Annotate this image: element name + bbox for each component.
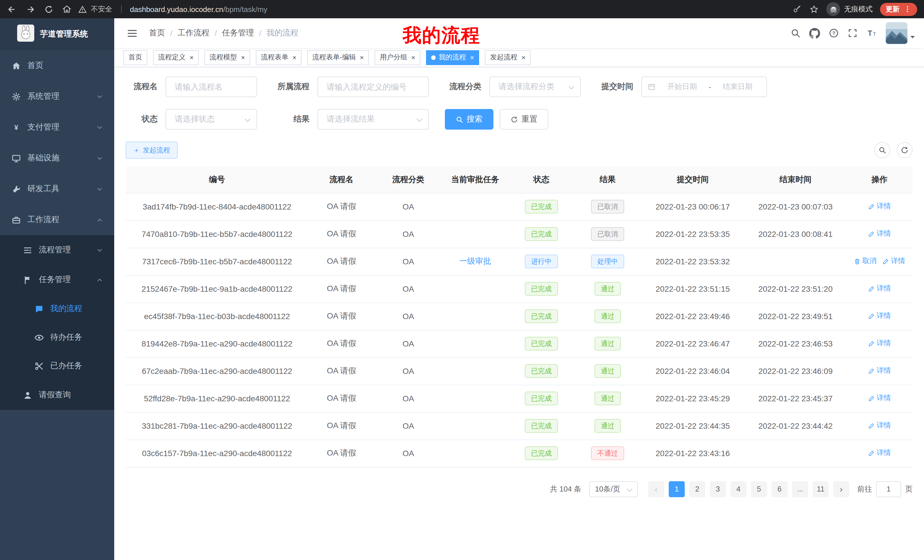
sidebar-item-payment[interactable]: ¥支付管理 (0, 112, 114, 143)
detail-link[interactable]: 详情 (868, 366, 891, 376)
breadcrumb-item[interactable]: 工作流程 (178, 28, 210, 38)
fullscreen-icon[interactable] (848, 28, 858, 38)
help-icon[interactable]: ? (829, 28, 839, 38)
detail-link[interactable]: 详情 (868, 202, 891, 211)
tab-process-form[interactable]: 流程表单× (256, 50, 302, 65)
chevron-up-icon (96, 277, 103, 283)
page-button-2[interactable]: 2 (689, 481, 705, 497)
detail-link[interactable]: 详情 (868, 339, 891, 349)
refresh-table-button[interactable] (897, 142, 913, 158)
process-definition-input[interactable] (318, 76, 429, 97)
detail-link[interactable]: 详情 (868, 311, 891, 321)
browser-update-button[interactable]: 更新 (880, 3, 917, 16)
submit-time-range-picker[interactable]: 开始日期 - 结束日期 (641, 76, 767, 97)
tab-home[interactable]: 首页 (123, 50, 147, 65)
reset-button[interactable]: 重置 (500, 109, 548, 130)
page-button-11[interactable]: 11 (813, 481, 829, 497)
tab-label: 流程定义 (158, 52, 186, 62)
cell-category: OA (375, 193, 442, 220)
app-logo[interactable]: 芋道管理系统 (0, 18, 114, 50)
breadcrumb-item[interactable]: 首页 (149, 28, 165, 38)
more-pages-button[interactable]: ... (792, 481, 808, 497)
breadcrumb-item[interactable]: 任务管理 (222, 28, 254, 38)
close-icon[interactable]: × (241, 54, 245, 61)
status-tag: 已完成 (525, 337, 558, 350)
sidebar-item-my-process[interactable]: 我的流程 (0, 295, 114, 323)
address-bar[interactable]: 不安全 dashboard.yudao.iocoder.cn/bpm/task/… (78, 4, 793, 14)
search-button[interactable]: 搜索 (445, 109, 494, 130)
home-button[interactable] (62, 4, 71, 14)
chevron-down-icon (96, 124, 103, 130)
tab-process-definition[interactable]: 流程定义× (153, 50, 199, 65)
search-icon[interactable] (790, 28, 801, 38)
detail-link[interactable]: 详情 (868, 421, 891, 431)
home-icon (11, 61, 21, 70)
sidebar-item-devtools[interactable]: 研发工具 (0, 174, 114, 204)
tab-my-process[interactable]: 我的流程× (426, 50, 479, 65)
cell-current-task (442, 275, 508, 302)
sidebar-item-label: 支付管理 (27, 122, 96, 132)
page-button-6[interactable]: 6 (771, 481, 788, 497)
sidebar-item-leave-query[interactable]: 请假查询 (0, 380, 114, 410)
close-icon[interactable]: × (292, 54, 296, 61)
sidebar-item-task-management[interactable]: 任务管理 (0, 265, 114, 295)
close-icon[interactable]: × (360, 54, 364, 61)
font-size-icon[interactable]: TT (866, 28, 877, 39)
close-icon[interactable]: × (190, 54, 194, 61)
sidebar-item-label: 流程管理 (39, 245, 96, 255)
cell-current-task (442, 330, 508, 357)
detail-link[interactable]: 详情 (882, 257, 905, 266)
close-icon[interactable]: × (470, 54, 474, 61)
current-task-link[interactable]: 一级审批 (459, 256, 491, 265)
sidebar-item-system[interactable]: 系统管理 (0, 81, 114, 112)
sidebar-toggle-icon[interactable] (123, 28, 141, 39)
bookmark-star-icon[interactable] (809, 4, 819, 14)
tab-initiate-process[interactable]: 发起流程× (485, 50, 531, 65)
create-process-button[interactable]: ＋ 发起流程 (126, 142, 178, 159)
status-select[interactable]: 请选择状态 (166, 109, 257, 130)
page-button-5[interactable]: 5 (751, 481, 767, 497)
page-button-3[interactable]: 3 (710, 481, 726, 497)
back-button[interactable] (7, 4, 16, 14)
github-icon[interactable] (809, 28, 820, 39)
cell-end-time (745, 248, 846, 275)
plus-icon: ＋ (133, 145, 140, 155)
close-icon[interactable]: × (411, 54, 415, 61)
detail-link[interactable]: 详情 (868, 284, 891, 294)
detail-link[interactable]: 详情 (868, 394, 891, 403)
process-category-select[interactable]: 请选择流程分类 (489, 76, 581, 97)
reload-button[interactable] (45, 5, 53, 13)
toggle-search-button[interactable] (874, 142, 890, 158)
prev-page-button[interactable]: ‹ (648, 481, 664, 497)
result-select[interactable]: 请选择流结果 (318, 109, 429, 130)
detail-link[interactable]: 详情 (868, 448, 891, 458)
tab-process-form-edit[interactable]: 流程表单-编辑× (307, 50, 369, 65)
sidebar-item-infrastructure[interactable]: 基础设施 (0, 143, 114, 174)
sidebar-item-label: 请假查询 (39, 390, 103, 400)
goto-page-input[interactable] (876, 481, 901, 497)
user-avatar[interactable] (886, 22, 915, 44)
sidebar-item-done-task[interactable]: 已办任务 (0, 352, 114, 380)
cancel-link[interactable]: 取消 (854, 257, 877, 266)
page-button-4[interactable]: 4 (730, 481, 746, 497)
page-button-1[interactable]: 1 (669, 481, 685, 497)
sidebar-item-todo-task[interactable]: 待办任务 (0, 323, 114, 352)
next-page-button[interactable]: › (833, 481, 849, 497)
cell-current-task (442, 385, 508, 412)
password-key-icon[interactable] (793, 4, 802, 14)
sidebar-item-process-management[interactable]: 流程管理 (0, 235, 114, 265)
sidebar-item-home[interactable]: 首页 (0, 50, 114, 81)
sidebar-item-label: 工作流程 (27, 215, 96, 225)
forward-button[interactable] (26, 4, 35, 14)
sidebar-item-workflow[interactable]: 工作流程 (0, 204, 114, 235)
close-icon[interactable]: × (521, 54, 525, 61)
tab-process-model[interactable]: 流程模型× (204, 50, 250, 65)
detail-link[interactable]: 详情 (868, 229, 891, 239)
kebab-menu-icon[interactable] (903, 5, 911, 13)
filter-row-1: 流程名 所属流程 流程分类 请选择流程分类 (126, 76, 913, 97)
page-size-select[interactable]: 10条/页 (590, 481, 638, 497)
table-row: 2152467e-7b9b-11ec-9a1b-acde48001122OA 请… (126, 275, 913, 302)
cell-id: 819442e8-7b9a-11ec-a290-acde48001122 (126, 330, 308, 357)
process-name-input[interactable] (166, 76, 257, 97)
tab-user-group[interactable]: 用户分组× (375, 50, 420, 65)
